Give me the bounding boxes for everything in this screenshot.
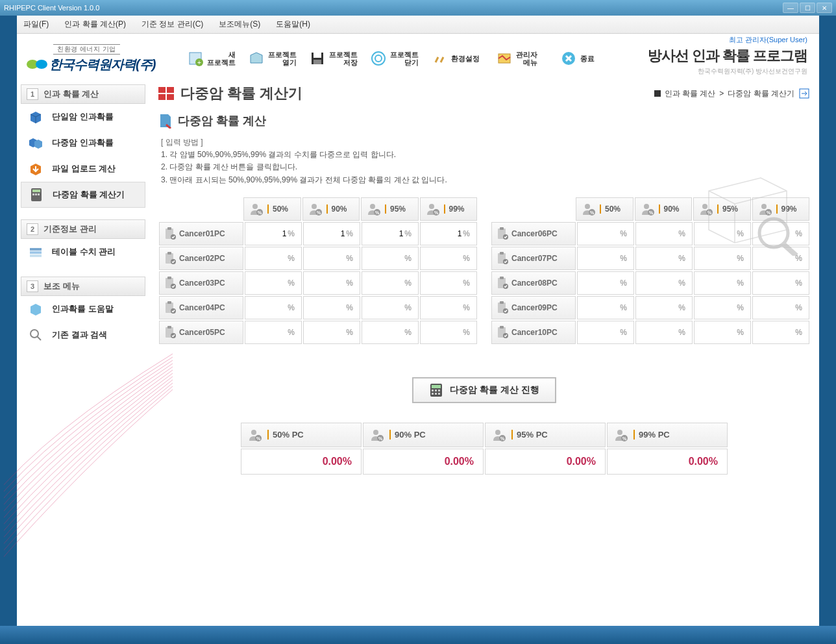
- input-cell[interactable]: %: [362, 321, 419, 344]
- input-cell[interactable]: %: [303, 321, 360, 344]
- input-cell[interactable]: %: [752, 296, 809, 319]
- input-cell[interactable]: %: [577, 222, 634, 245]
- input-cell[interactable]: %: [245, 321, 302, 344]
- menu-help[interactable]: 도움말(H): [276, 19, 310, 30]
- percent-input[interactable]: [312, 254, 345, 263]
- input-cell[interactable]: %: [303, 222, 360, 245]
- input-cell[interactable]: %: [303, 247, 360, 270]
- input-cell[interactable]: %: [577, 296, 634, 319]
- input-cell[interactable]: %: [694, 247, 751, 270]
- percent-input[interactable]: [371, 279, 403, 288]
- input-cell[interactable]: %: [577, 247, 634, 270]
- percent-input[interactable]: [586, 328, 619, 337]
- percent-input[interactable]: [586, 254, 619, 263]
- percent-input[interactable]: [645, 279, 677, 288]
- input-cell[interactable]: %: [635, 321, 693, 344]
- percent-input[interactable]: [761, 229, 794, 238]
- percent-input[interactable]: [371, 254, 403, 263]
- breadcrumb-link-icon[interactable]: [798, 88, 810, 99]
- maximize-button[interactable]: ☐: [800, 3, 815, 13]
- percent-input[interactable]: [703, 303, 735, 312]
- percent-input[interactable]: [429, 279, 461, 288]
- input-cell[interactable]: %: [362, 222, 419, 245]
- open-project-button[interactable]: 프로젝트 열기: [242, 43, 302, 73]
- input-cell[interactable]: %: [245, 222, 302, 245]
- input-cell[interactable]: %: [420, 321, 477, 344]
- percent-input[interactable]: [703, 229, 735, 238]
- percent-input[interactable]: [586, 279, 619, 288]
- percent-input[interactable]: [429, 229, 461, 238]
- percent-input[interactable]: [312, 303, 345, 312]
- new-project-button[interactable]: +새 프로젝트: [181, 43, 241, 73]
- close-project-button[interactable]: 프로젝트 닫기: [364, 43, 424, 73]
- input-cell[interactable]: %: [694, 222, 751, 245]
- percent-input[interactable]: [761, 254, 794, 263]
- sidebar-item[interactable]: 파일 업로드 계산: [21, 156, 145, 182]
- input-cell[interactable]: %: [752, 321, 809, 344]
- percent-input[interactable]: [703, 279, 735, 288]
- input-cell[interactable]: %: [635, 271, 693, 295]
- input-cell[interactable]: %: [362, 296, 419, 319]
- percent-input[interactable]: [312, 328, 345, 337]
- input-cell[interactable]: %: [245, 271, 302, 295]
- percent-input[interactable]: [312, 279, 345, 288]
- percent-input[interactable]: [645, 254, 677, 263]
- sidebar-item[interactable]: 다중암 확률 계산기: [21, 182, 145, 208]
- input-cell[interactable]: %: [577, 321, 634, 344]
- input-cell[interactable]: %: [420, 222, 477, 245]
- percent-input[interactable]: [761, 328, 794, 337]
- percent-input[interactable]: [761, 303, 794, 312]
- input-cell[interactable]: %: [245, 247, 302, 270]
- percent-input[interactable]: [645, 303, 677, 312]
- menu-info[interactable]: 기준 정보 관리(C): [141, 19, 203, 30]
- admin-menu-button[interactable]: 관리자 메뉴: [486, 43, 546, 73]
- input-cell[interactable]: %: [362, 271, 419, 295]
- input-cell[interactable]: %: [303, 296, 360, 319]
- percent-input[interactable]: [254, 303, 286, 312]
- percent-input[interactable]: [429, 328, 461, 337]
- input-cell[interactable]: %: [752, 271, 809, 295]
- percent-input[interactable]: [645, 229, 677, 238]
- input-cell[interactable]: %: [420, 247, 477, 270]
- calculate-button[interactable]: 다중암 확률 계산 진행: [412, 377, 556, 403]
- input-cell[interactable]: %: [635, 222, 693, 245]
- menu-file[interactable]: 파일(F): [23, 19, 49, 30]
- percent-input[interactable]: [371, 303, 403, 312]
- input-cell[interactable]: %: [694, 296, 751, 319]
- menu-calc[interactable]: 인과 확률 계산(P): [64, 19, 126, 30]
- sidebar-item[interactable]: 다중암 인과확률: [21, 130, 145, 156]
- input-cell[interactable]: %: [245, 296, 302, 319]
- settings-button[interactable]: 환경설정: [425, 43, 485, 73]
- percent-input[interactable]: [761, 279, 794, 288]
- input-cell[interactable]: %: [694, 321, 751, 344]
- percent-input[interactable]: [429, 303, 461, 312]
- input-cell[interactable]: %: [752, 222, 809, 245]
- percent-input[interactable]: [254, 279, 286, 288]
- input-cell[interactable]: %: [420, 271, 477, 295]
- input-cell[interactable]: %: [635, 296, 693, 319]
- percent-input[interactable]: [586, 303, 619, 312]
- percent-input[interactable]: [254, 328, 286, 337]
- input-cell[interactable]: %: [635, 247, 693, 270]
- os-taskbar[interactable]: [0, 626, 836, 644]
- close-button[interactable]: ✕: [817, 3, 832, 13]
- percent-input[interactable]: [254, 254, 286, 263]
- percent-input[interactable]: [371, 229, 403, 238]
- percent-input[interactable]: [312, 229, 345, 238]
- input-cell[interactable]: %: [362, 247, 419, 270]
- percent-input[interactable]: [645, 328, 677, 337]
- input-cell[interactable]: %: [752, 247, 809, 270]
- menu-sub[interactable]: 보조메뉴(S): [219, 19, 260, 30]
- input-cell[interactable]: %: [420, 296, 477, 319]
- exit-button[interactable]: 종료: [547, 43, 607, 73]
- sidebar-item[interactable]: 단일암 인과확률: [21, 104, 145, 130]
- percent-input[interactable]: [371, 328, 403, 337]
- percent-input[interactable]: [586, 229, 619, 238]
- input-cell[interactable]: %: [694, 271, 751, 295]
- input-cell[interactable]: %: [577, 271, 634, 295]
- input-cell[interactable]: %: [303, 271, 360, 295]
- percent-input[interactable]: [429, 254, 461, 263]
- minimize-button[interactable]: —: [783, 3, 798, 13]
- percent-input[interactable]: [703, 254, 735, 263]
- percent-input[interactable]: [254, 229, 286, 238]
